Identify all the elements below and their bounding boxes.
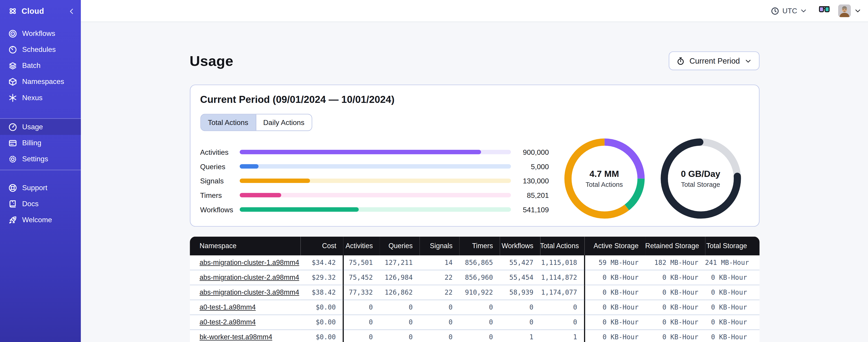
value-cell: 55,427 <box>499 255 540 270</box>
sidebar: Cloud Workflows Schedules Batch Namespac… <box>0 0 81 342</box>
value-cell: $34.42 <box>300 255 343 270</box>
namespace-link[interactable]: a0-test-1.a98mm4 <box>199 303 256 311</box>
namespace-link[interactable]: a0-test-2.a98mm4 <box>199 318 256 326</box>
namespace-link[interactable]: abs-migration-cluster-1.a98mm4 <box>199 259 299 266</box>
bar-value: 541,109 <box>510 205 549 214</box>
value-cell: 0 <box>419 300 459 315</box>
namespace-cell[interactable]: bk-worker-test.a98mm4 <box>190 330 300 342</box>
sidebar-item-welcome[interactable]: Welcome <box>0 212 81 228</box>
value-cell: 0 <box>540 300 584 315</box>
value-cell: 0 <box>419 330 459 342</box>
value-cell: 0 KB-Hour <box>645 315 705 330</box>
actions-bar-chart: Activities 900,000 Queries 5,000 Signals… <box>200 145 549 217</box>
column-header-namespace: Namespace <box>190 237 300 255</box>
value-cell: 0 <box>379 300 419 315</box>
app-root: Cloud Workflows Schedules Batch Namespac… <box>0 0 868 342</box>
value-cell: 1,114,872 <box>540 270 584 285</box>
glasses-icon <box>819 6 830 15</box>
bar-fill <box>240 164 258 169</box>
bar-fill <box>240 207 359 212</box>
value-cell: 0 <box>540 315 584 330</box>
sidebar-collapse-button[interactable] <box>68 7 75 15</box>
usage-card: Current Period (09/01/2024 — 10/01/2024)… <box>190 84 759 227</box>
timezone-label: UTC <box>782 6 797 15</box>
temporal-logo-icon <box>8 6 17 15</box>
period-selector-button[interactable]: Current Period <box>669 52 759 70</box>
sidebar-item-usage[interactable]: Usage <box>0 119 81 135</box>
sidebar-item-settings[interactable]: Settings <box>0 151 81 167</box>
avatar <box>838 4 851 17</box>
sidebar-item-namespaces[interactable]: Namespaces <box>0 73 81 90</box>
donut-value: 4.7 MM <box>589 169 619 179</box>
namespace-cell[interactable]: abs-migration-cluster-2.a98mm4 <box>190 270 300 285</box>
docs-icon <box>8 199 17 208</box>
sidebar-item-schedules[interactable]: Schedules <box>0 41 81 58</box>
bar-row: Signals 130,000 <box>200 173 549 188</box>
namespace-cell[interactable]: abs-migration-cluster-3.a98mm4 <box>190 285 300 300</box>
settings-icon <box>8 155 17 163</box>
sidebar-item-nexus[interactable]: Nexus <box>0 90 81 106</box>
donut-center-label: 0 GB/Day Total Storage <box>660 138 742 219</box>
usage-icon <box>8 123 17 131</box>
value-cell: 22 <box>419 285 459 300</box>
namespace-cell[interactable]: a0-test-1.a98mm4 <box>190 300 300 315</box>
column-header-workflows: Workflows <box>499 237 540 255</box>
schedules-icon <box>8 45 17 54</box>
column-header-signals: Signals <box>419 237 459 255</box>
namespace-link[interactable]: bk-worker-test.a98mm4 <box>199 334 272 341</box>
table-header-row: NamespaceCostActivitiesQueriesSignalsTim… <box>190 237 759 255</box>
stopwatch-icon <box>677 57 685 65</box>
page-title: Usage <box>190 52 234 69</box>
sidebar-nav-account: Usage Billing Settings <box>0 119 81 167</box>
bar-label: Workflows <box>200 205 240 214</box>
brand-row: Cloud <box>0 0 81 19</box>
support-icon <box>8 183 17 192</box>
bar-row: Timers 85,201 <box>200 188 549 202</box>
namespace-cell[interactable]: a0-test-2.a98mm4 <box>190 315 300 330</box>
clock-icon <box>771 6 780 15</box>
value-cell: 0 <box>459 315 500 330</box>
value-cell: $0.00 <box>300 315 343 330</box>
namespaces-icon <box>8 77 17 86</box>
timezone-selector[interactable]: UTC <box>768 6 810 16</box>
table-body: abs-migration-cluster-1.a98mm4$34.4275,5… <box>190 255 759 342</box>
value-cell: 127,211 <box>379 255 419 270</box>
sidebar-item-workflows[interactable]: Workflows <box>0 26 81 41</box>
billing-icon <box>8 138 17 147</box>
value-cell: 1 <box>540 330 584 342</box>
tab-daily-actions[interactable]: Daily Actions <box>255 114 312 130</box>
value-cell: 0 <box>379 315 419 330</box>
value-cell: 0 <box>499 315 540 330</box>
bar-value: 85,201 <box>510 191 549 199</box>
bar-track <box>240 193 511 197</box>
bar-row: Workflows 541,109 <box>200 202 549 217</box>
donut-sublabel: Total Actions <box>586 180 623 188</box>
namespace-usage-table: NamespaceCostActivitiesQueriesSignalsTim… <box>190 237 759 342</box>
sidebar-item-batch[interactable]: Batch <box>0 58 81 73</box>
value-cell: 0 KB-Hour <box>584 315 645 330</box>
value-cell: 14 <box>419 255 459 270</box>
value-cell: 0 <box>343 315 379 330</box>
bar-track <box>240 207 511 212</box>
batch-icon <box>8 61 17 70</box>
value-cell: 0 <box>459 330 500 342</box>
bar-track <box>240 150 511 154</box>
tab-total-actions[interactable]: Total Actions <box>200 114 255 130</box>
sidebar-item-support[interactable]: Support <box>0 179 81 196</box>
bar-label: Queries <box>200 162 240 171</box>
account-menu[interactable] <box>838 4 862 17</box>
content: Usage Current Period Current Period (09/… <box>190 52 759 342</box>
column-header-timers: Timers <box>459 237 500 255</box>
sidebar-item-billing[interactable]: Billing <box>0 135 81 151</box>
glasses-button[interactable] <box>819 6 830 15</box>
value-cell: 0 KB-Hour <box>645 300 705 315</box>
workflows-icon <box>8 29 17 38</box>
value-cell: 22 <box>419 270 459 285</box>
namespace-cell[interactable]: abs-migration-cluster-1.a98mm4 <box>190 255 300 270</box>
value-cell: 856,960 <box>459 270 500 285</box>
namespace-link[interactable]: abs-migration-cluster-3.a98mm4 <box>199 288 299 296</box>
sidebar-item-docs[interactable]: Docs <box>0 196 81 212</box>
bar-row: Queries 5,000 <box>200 159 549 174</box>
value-cell: 0 <box>343 300 379 315</box>
namespace-link[interactable]: abs-migration-cluster-2.a98mm4 <box>199 274 299 281</box>
